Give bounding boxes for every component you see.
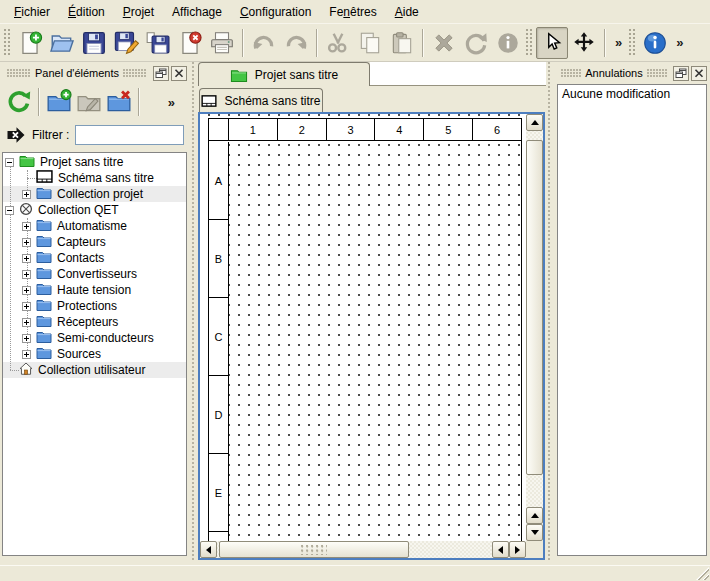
rotate-button[interactable] (460, 27, 492, 59)
toolbar-grip[interactable] (629, 29, 637, 57)
save-all-button[interactable] (142, 27, 174, 59)
schema-canvas[interactable]: 123456 ABCDE (200, 114, 526, 541)
expand-toggle[interactable] (22, 238, 31, 247)
expand-toggle[interactable] (22, 286, 31, 295)
toolbar-overflow-chevron[interactable]: » (610, 35, 627, 50)
toolbar-grip[interactable] (4, 29, 12, 57)
edit-category-button[interactable] (74, 87, 104, 117)
folder-blue-icon (36, 250, 52, 263)
collapse-toggle[interactable] (5, 206, 14, 215)
undo-panel-dock: Annulations Aucune modification (554, 62, 710, 560)
close-dock-button[interactable] (171, 66, 187, 81)
delete-category-button[interactable] (104, 87, 134, 117)
right-dock-splitter[interactable] (546, 62, 554, 560)
tab-schema-sans-titre[interactable]: Schéma sans titre (199, 88, 323, 112)
dock-title-texture (7, 69, 31, 77)
toolbar-grip[interactable] (526, 29, 534, 57)
close-file-button[interactable] (174, 27, 206, 59)
information-button[interactable] (492, 27, 524, 59)
copy-button[interactable] (354, 27, 386, 59)
expand-toggle[interactable] (22, 302, 31, 311)
menu-item-fenetres[interactable]: Fenêtres (320, 1, 385, 23)
collapse-toggle[interactable] (5, 158, 14, 167)
save-button[interactable] (78, 27, 110, 59)
open-file-button[interactable] (46, 27, 78, 59)
undo-history-list[interactable]: Aucune modification (557, 84, 707, 556)
vertical-scrollbar[interactable] (526, 114, 543, 541)
elements-tree[interactable]: Projet sans titreSchéma sans titreCollec… (2, 152, 187, 556)
menu-item-projet[interactable]: Projet (114, 1, 163, 23)
float-dock-button[interactable] (673, 66, 689, 81)
float-dock-button[interactable] (153, 66, 169, 81)
tree-item-collection-utilisateur[interactable]: Collection utilisateur (3, 362, 186, 378)
expand-toggle[interactable] (22, 270, 31, 279)
menu-item-fichier[interactable]: Fichier (5, 1, 59, 23)
tree-item-projet-sans-titre[interactable]: Projet sans titre (3, 154, 186, 170)
cut-button[interactable] (322, 27, 354, 59)
menu-item-aide[interactable]: Aide (386, 1, 428, 23)
qet-icon (19, 202, 33, 216)
tree-item-contacts[interactable]: Contacts (3, 250, 186, 266)
redo-button[interactable] (280, 27, 312, 59)
paste-button[interactable] (386, 27, 418, 59)
menu-text: rojet (131, 5, 154, 19)
window-resize-grip[interactable] (696, 567, 709, 580)
tree-item-collection-projet[interactable]: Collection projet (3, 186, 186, 202)
toolbar-overflow-chevron[interactable]: » (671, 35, 688, 50)
menu-item-affichage[interactable]: Affichage (163, 1, 231, 23)
filter-input[interactable] (75, 125, 184, 145)
expand-toggle[interactable] (22, 254, 31, 263)
save-as-button[interactable] (110, 27, 142, 59)
horizontal-scrollbar[interactable] (200, 541, 526, 558)
undo-list-item[interactable]: Aucune modification (558, 85, 706, 103)
row-header-C: C (209, 298, 228, 376)
toolbar-separator (422, 29, 424, 57)
delete-button[interactable] (428, 27, 460, 59)
tree-item-label: Récepteurs (57, 315, 122, 329)
menu-item-edition[interactable]: Édition (59, 1, 114, 23)
menu-accel: A (395, 5, 403, 19)
menu-item-configuration[interactable]: Configuration (231, 1, 320, 23)
undo-button[interactable] (248, 27, 280, 59)
tree-item-label: Collection QET (38, 203, 123, 217)
expand-toggle[interactable] (22, 318, 31, 327)
select-tool-button[interactable] (536, 27, 568, 59)
expand-toggle[interactable] (22, 350, 31, 359)
column-header-4: 4 (375, 119, 424, 140)
scroll-left-button-2[interactable] (492, 541, 509, 558)
status-bar (0, 565, 710, 581)
panel-overflow-chevron[interactable]: » (163, 95, 180, 110)
expand-toggle[interactable] (22, 334, 31, 343)
expand-toggle[interactable] (22, 190, 31, 199)
tree-item-semi-conducteurs[interactable]: Semi-conducteurs (3, 330, 186, 346)
tree-item-convertisseurs[interactable]: Convertisseurs (3, 266, 186, 282)
clear-filter-icon[interactable] (6, 126, 26, 144)
expand-toggle[interactable] (22, 222, 31, 231)
scroll-up-button-2[interactable] (526, 507, 543, 524)
print-button[interactable] (206, 27, 238, 59)
tree-item-haute-tension[interactable]: Haute tension (3, 282, 186, 298)
tree-item-capteurs[interactable]: Capteurs (3, 234, 186, 250)
scroll-up-button[interactable] (526, 114, 543, 131)
folder-blue-icon (36, 218, 52, 231)
new-file-button[interactable] (14, 27, 46, 59)
scroll-left-button[interactable] (200, 541, 217, 558)
tree-item-collection-qet[interactable]: Collection QET (3, 202, 186, 218)
elements-panel-dock: Panel d'éléments » Filtrer : Projet sans… (0, 62, 190, 560)
tab-projet-sans-titre[interactable]: Projet sans titre (198, 62, 370, 86)
scroll-right-button[interactable] (509, 541, 526, 558)
scroll-down-button[interactable] (526, 524, 543, 541)
move-tool-button[interactable] (568, 27, 600, 59)
left-dock-splitter[interactable] (190, 62, 198, 560)
new-category-button[interactable] (44, 87, 74, 117)
tree-item-label: Protections (57, 299, 121, 313)
horizontal-scrollbar-thumb[interactable] (219, 541, 409, 558)
tree-item-recepteurs[interactable]: Récepteurs (3, 314, 186, 330)
about-info-button[interactable] (639, 27, 671, 59)
tree-item-protections[interactable]: Protections (3, 298, 186, 314)
reload-button[interactable] (4, 87, 34, 117)
tree-item-sources[interactable]: Sources (3, 346, 186, 362)
vertical-scrollbar-thumb[interactable] (526, 140, 543, 475)
close-dock-button[interactable] (691, 66, 707, 81)
tree-item-automatisme[interactable]: Automatisme (3, 218, 186, 234)
